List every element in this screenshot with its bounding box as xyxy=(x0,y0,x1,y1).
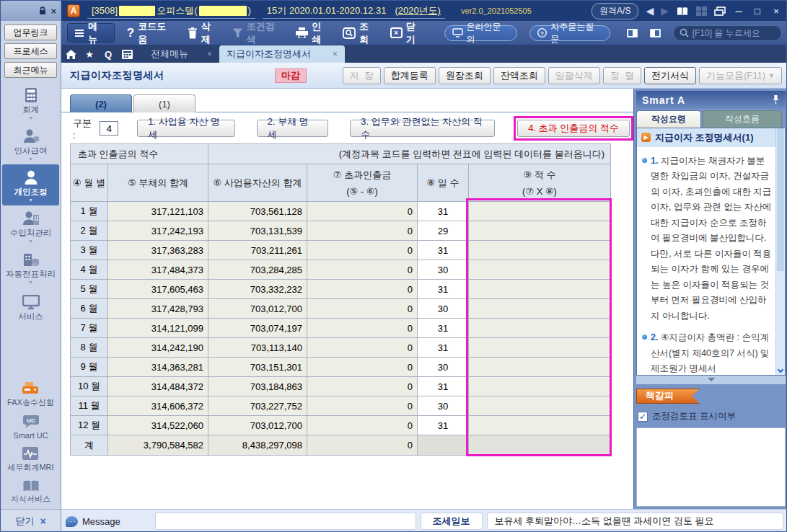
scroll-down-icon[interactable] xyxy=(778,367,783,373)
sidebar-close-bar[interactable]: 닫기 × xyxy=(1,509,61,532)
checkbox-checked-icon[interactable]: ✓ xyxy=(638,412,648,422)
bookmark-button[interactable]: 책갈피 xyxy=(636,389,700,404)
cell-m[interactable]: 1 월 xyxy=(71,202,108,221)
cell-m[interactable]: 4 월 xyxy=(71,260,108,280)
cell-excess[interactable]: 0 xyxy=(307,319,418,338)
cell-score[interactable] xyxy=(469,280,611,299)
gubun-input[interactable] xyxy=(100,121,118,136)
maximize-icon[interactable]: □ xyxy=(752,6,763,17)
cell-debt[interactable]: 314,522,060 xyxy=(108,416,208,435)
menu-button[interactable]: 메뉴 xyxy=(67,23,115,43)
cell-score[interactable] xyxy=(469,221,611,241)
panel-right-toggle-icon[interactable] xyxy=(650,29,661,37)
online-inquiry-button[interactable]: 온라인문의 xyxy=(444,25,518,41)
knowledge-service-item[interactable]: 지식서비스 xyxy=(11,479,50,505)
cell-asset[interactable]: 703,151,301 xyxy=(208,358,307,377)
message-toggle[interactable]: ··· Message xyxy=(66,516,151,527)
news-ticker[interactable]: 보유세 후퇴말아야…소득 없을땐 과세이연 검토 필요 xyxy=(487,513,784,530)
cell-excess[interactable]: 0 xyxy=(307,260,418,280)
cell-debt[interactable]: 317,484,373 xyxy=(108,260,208,280)
cell-debt[interactable]: 317,242,193 xyxy=(108,221,208,241)
section-button-4[interactable]: 4. 초과 인출금의 적수 xyxy=(517,120,630,137)
balance-inquiry-button[interactable]: 잔액조회 xyxy=(493,67,545,84)
back-arrow-icon[interactable]: ◀ xyxy=(646,5,654,17)
cell-asset[interactable]: 703,284,285 xyxy=(208,260,307,280)
tab-interest-adjustment[interactable]: 지급이자조정명세서 × xyxy=(219,45,345,63)
cell-excess[interactable]: 0 xyxy=(307,280,418,299)
faq-button[interactable]: ? 자주묻는질문 xyxy=(529,25,610,41)
tab-writing-flow[interactable]: 작성흐름 xyxy=(703,110,782,128)
cell-score[interactable] xyxy=(469,377,611,396)
cell-debt[interactable]: 317,363,283 xyxy=(108,241,208,260)
fax-inbox-item[interactable]: FAX송수신함 xyxy=(7,381,54,408)
book-view-icon[interactable] xyxy=(676,6,689,16)
cell-days[interactable] xyxy=(418,435,469,456)
cell-days[interactable]: 30 xyxy=(418,299,469,319)
minimize-icon[interactable]: ─ xyxy=(733,6,744,17)
section-button-3[interactable]: 3. 업무와 관련없는 자산의 적수 xyxy=(350,120,495,137)
tab-writing-guide[interactable]: 작성요령 xyxy=(636,110,701,128)
cell-score[interactable] xyxy=(469,319,611,338)
cell-excess[interactable]: 0 xyxy=(307,435,418,456)
panel-left-toggle-icon[interactable] xyxy=(627,29,638,37)
grid-view-icon[interactable] xyxy=(696,6,707,16)
cell-days[interactable]: 31 xyxy=(418,241,469,260)
nav-item-customer-mgmt[interactable]: 수입처관리 ▾ xyxy=(1,205,61,247)
tab-close-icon[interactable]: × xyxy=(207,49,212,59)
cell-score[interactable] xyxy=(469,396,611,416)
notes-box[interactable] xyxy=(636,427,786,507)
cell-score[interactable] xyxy=(469,299,611,319)
cell-asset[interactable]: 703,561,128 xyxy=(208,202,307,221)
cell-debt[interactable]: 3,790,584,582 xyxy=(108,435,208,456)
ledger-inquiry-button[interactable]: 원장조회 xyxy=(439,67,491,84)
smart-uc-item[interactable]: UC Smart UC xyxy=(13,414,48,440)
sidebar-close-icon[interactable]: × xyxy=(50,6,56,16)
home-icon[interactable] xyxy=(61,45,80,63)
cell-m[interactable]: 7 월 xyxy=(71,319,108,338)
cell-days[interactable]: 31 xyxy=(418,338,469,358)
cell-days[interactable]: 31 xyxy=(418,202,469,221)
global-search-input[interactable] xyxy=(693,28,772,38)
cell-asset[interactable]: 8,438,297,098 xyxy=(208,435,307,456)
cell-days[interactable]: 30 xyxy=(418,260,469,280)
cell-m[interactable]: 10 월 xyxy=(71,377,108,396)
work-link-button[interactable]: 업무링크 xyxy=(4,25,57,40)
fiscal-period-field[interactable]: 15기 2020.01.01-2020.12.31 (2020년도) xyxy=(263,4,445,19)
cell-excess[interactable]: 0 xyxy=(307,396,418,416)
cell-excess[interactable]: 0 xyxy=(307,202,418,221)
cell-score[interactable] xyxy=(469,260,611,280)
cell-score[interactable] xyxy=(469,202,611,221)
cell-m[interactable]: 3 월 xyxy=(71,241,108,260)
cell-debt[interactable]: 317,605,463 xyxy=(108,280,208,299)
company-field[interactable]: [3508] 오피스텔( ) xyxy=(87,4,255,19)
cell-score[interactable] xyxy=(469,338,611,358)
global-search[interactable] xyxy=(673,25,782,41)
cell-debt[interactable]: 314,363,281 xyxy=(108,358,208,377)
cell-debt[interactable]: 314,121,099 xyxy=(108,319,208,338)
closed-badge[interactable]: 마감 xyxy=(275,68,307,83)
news-source-label[interactable]: 조세일보 xyxy=(421,513,483,530)
nav-item-auto-journal[interactable]: 자동전표처리 ▾ xyxy=(1,247,61,288)
forward-arrow-icon[interactable]: ▶ xyxy=(661,5,669,17)
cell-asset[interactable]: 703,012,700 xyxy=(208,299,307,319)
cell-m[interactable]: 5 월 xyxy=(71,280,108,299)
cell-score[interactable] xyxy=(469,241,611,260)
cell-debt[interactable]: 314,606,372 xyxy=(108,396,208,416)
sort-button[interactable]: 정 렬 xyxy=(603,67,641,84)
cell-days[interactable]: 29 xyxy=(418,221,469,241)
cell-score[interactable] xyxy=(469,416,611,435)
star-icon[interactable]: ★ xyxy=(80,45,99,63)
cell-score[interactable] xyxy=(469,358,611,377)
cell-m[interactable]: 6 월 xyxy=(71,299,108,319)
condition-search-button[interactable]: 조건검색 xyxy=(232,20,284,46)
cascade-windows-icon[interactable] xyxy=(714,6,726,16)
cell-m[interactable]: 8 월 xyxy=(71,338,108,358)
cell-days[interactable]: 31 xyxy=(418,319,469,338)
cell-asset[interactable]: 703,131,539 xyxy=(208,221,307,241)
cell-asset[interactable]: 703,211,261 xyxy=(208,241,307,260)
cell-debt[interactable]: 314,242,190 xyxy=(108,338,208,358)
tab-close-icon[interactable]: × xyxy=(333,49,338,59)
print-button[interactable]: 인쇄 xyxy=(296,20,330,46)
cell-m[interactable]: 9 월 xyxy=(71,358,108,377)
cell-asset[interactable]: 703,332,232 xyxy=(208,280,307,299)
